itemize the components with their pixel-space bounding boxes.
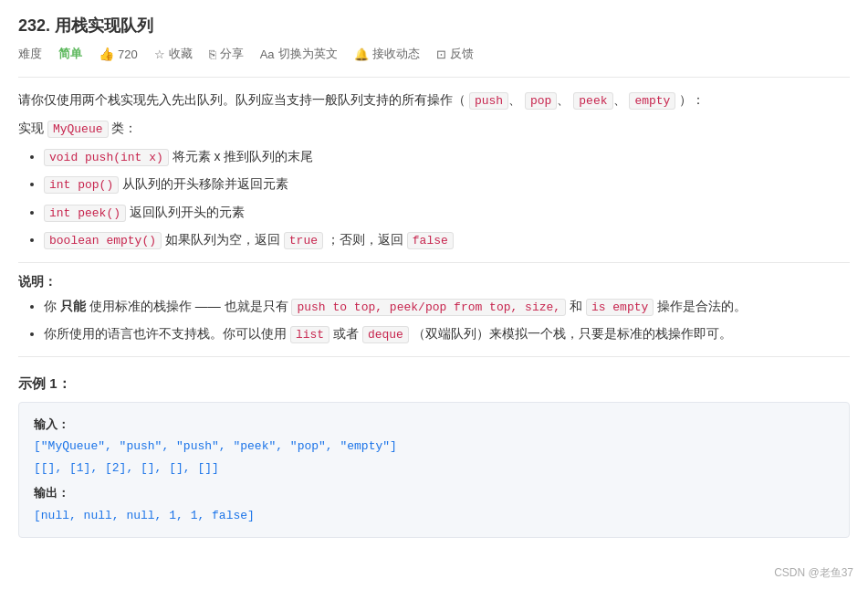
implement-suffix: 类： — [109, 121, 138, 135]
difficulty-easy[interactable]: 简单 — [58, 46, 82, 62]
star-icon: ☆ — [154, 47, 165, 61]
feedback-button[interactable]: ⊡ 反馈 — [436, 46, 474, 62]
notes-title: 说明： — [18, 274, 850, 290]
implement-class: MyQueue — [47, 121, 109, 138]
op-pop: pop — [525, 92, 557, 110]
note1-mid: 和 — [570, 299, 586, 313]
note2-prefix: 你所使用的语言也许不支持栈。你可以使用 — [44, 326, 290, 341]
like-count: 720 — [118, 47, 138, 61]
switch-lang-button[interactable]: Aa 切换为英文 — [260, 46, 338, 62]
input-line2: [[], [1], [2], [], [], []] — [34, 458, 834, 479]
note2-code2: deque — [362, 326, 409, 343]
note1-end: 操作是合法的。 — [657, 299, 747, 313]
method-push: void push(int x) 将元素 x 推到队列的末尾 — [44, 146, 850, 168]
problem-description: 请你仅使用两个栈实现先入先出队列。队列应当支持一般队列支持的所有操作（ push… — [18, 89, 850, 111]
methods-list: void push(int x) 将元素 x 推到队列的末尾 int pop()… — [18, 146, 850, 250]
op-peek: peek — [573, 92, 612, 110]
method-peek: int peek() 返回队列开头的元素 — [44, 202, 850, 224]
method-empty-code: boolean empty() — [44, 232, 162, 249]
note1-prefix: 你 — [44, 299, 60, 313]
collect-button[interactable]: ☆ 收藏 — [154, 46, 193, 62]
divider — [18, 77, 850, 78]
method-pop-desc: 从队列的开头移除并返回元素 — [122, 176, 288, 191]
note1-bold: 只能 — [60, 299, 86, 313]
share-icon: ⎘ — [209, 47, 216, 61]
divider3 — [18, 356, 850, 357]
method-pop: int pop() 从队列的开头移除并返回元素 — [44, 174, 850, 195]
output-label: 输出： — [34, 482, 834, 504]
intro-text: 请你仅使用两个栈实现先入先出队列。队列应当支持一般队列支持的所有操作（ — [18, 92, 465, 107]
note-item-1: 你 只能 使用标准的栈操作 —— 也就是只有 push to top, peek… — [44, 296, 850, 318]
example-section: 示例 1： 输入： ["MyQueue", "push", "push", "p… — [18, 375, 850, 538]
method-push-desc: 将元素 x 推到队列的末尾 — [173, 149, 314, 163]
feedback-label: 反馈 — [450, 46, 474, 62]
implement-line: 实现 MyQueue 类： — [18, 121, 850, 137]
note-item-2: 你所使用的语言也许不支持栈。你可以使用 list 或者 deque （双端队列）… — [44, 323, 850, 345]
note1-code2: is empty — [586, 299, 654, 316]
subscribe-button[interactable]: 🔔 接收动态 — [354, 46, 420, 62]
share-label: 分享 — [220, 46, 244, 62]
method-empty: boolean empty() 如果队列为空，返回 true ；否则，返回 fa… — [44, 229, 850, 251]
notes-section: 说明： 你 只能 使用标准的栈操作 —— 也就是只有 push to top, … — [18, 274, 850, 345]
method-push-code: void push(int x) — [44, 149, 169, 166]
method-empty-true: true — [284, 232, 323, 249]
bell-icon: 🔔 — [354, 47, 369, 61]
like-icon: 👍 — [99, 47, 114, 61]
method-peek-code: int peek() — [44, 205, 126, 222]
toolbar: 难度 简单 👍 720 ☆ 收藏 ⎘ 分享 Aa 切换为英文 🔔 接收动态 ⊡ … — [18, 46, 850, 62]
note2-middle: 或者 — [333, 326, 362, 341]
note2-suffix: （双端队列）来模拟一个栈，只要是标准的栈操作即可。 — [413, 326, 732, 341]
example-title: 示例 1： — [18, 375, 850, 393]
switch-lang-label: 切换为英文 — [278, 46, 338, 62]
like-button[interactable]: 👍 720 — [99, 47, 138, 61]
watermark: CSDN @老鱼37 — [774, 565, 853, 581]
code-block: 输入： ["MyQueue", "push", "push", "peek", … — [18, 402, 850, 538]
method-empty-false: false — [407, 232, 454, 249]
divider2 — [18, 262, 850, 263]
note2-code1: list — [290, 326, 329, 343]
note1-suffix: 使用标准的栈操作 —— 也就是只有 — [89, 299, 292, 313]
method-pop-code: int pop() — [44, 176, 119, 194]
op-empty: empty — [629, 92, 675, 110]
share-button[interactable]: ⎘ 分享 — [209, 46, 244, 62]
method-empty-desc-mid: ；否则，返回 — [327, 232, 407, 247]
subscribe-label: 接收动态 — [372, 46, 420, 62]
lang-icon: Aa — [260, 47, 275, 61]
difficulty-label: 难度 — [18, 46, 42, 62]
op-push: push — [469, 92, 508, 110]
output-line: [null, null, null, 1, 1, false] — [34, 505, 834, 526]
note1-code: push to top, peek/pop from top, size, — [291, 299, 566, 316]
feedback-icon: ⊡ — [436, 47, 446, 61]
collect-label: 收藏 — [169, 46, 193, 62]
input-line1: ["MyQueue", "push", "push", "peek", "pop… — [34, 436, 834, 457]
input-label: 输入： — [34, 414, 834, 436]
method-peek-desc: 返回队列开头的元素 — [130, 205, 245, 219]
page-title: 232. 用栈实现队列 — [18, 15, 850, 37]
method-empty-desc-prefix: 如果队列为空，返回 — [165, 232, 284, 247]
notes-list: 你 只能 使用标准的栈操作 —— 也就是只有 push to top, peek… — [18, 296, 850, 345]
intro-end: ）： — [679, 92, 705, 107]
implement-label: 实现 — [18, 121, 47, 135]
